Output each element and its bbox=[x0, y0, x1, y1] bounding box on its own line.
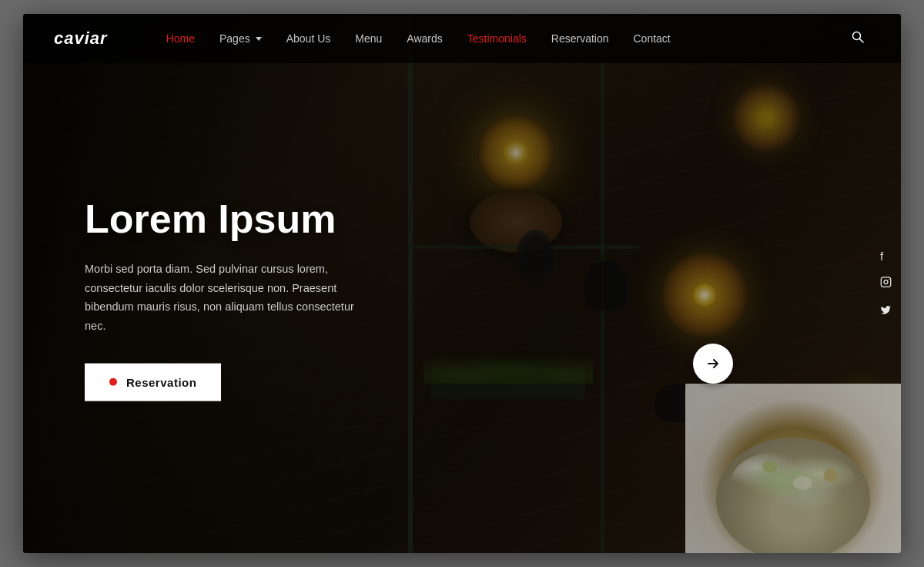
hero-title: Lorem Ipsum bbox=[85, 197, 362, 241]
button-dot bbox=[109, 378, 117, 386]
nav-contact[interactable]: Contact bbox=[621, 32, 682, 45]
chevron-down-icon bbox=[256, 37, 262, 41]
facebook-icon[interactable]: f bbox=[880, 250, 892, 263]
twitter-icon[interactable] bbox=[880, 304, 892, 318]
next-arrow-button[interactable] bbox=[693, 344, 733, 384]
reservation-button[interactable]: Reservation bbox=[85, 363, 221, 401]
nav-awards[interactable]: Awards bbox=[394, 32, 454, 45]
svg-point-4 bbox=[888, 279, 889, 280]
instagram-icon[interactable] bbox=[880, 277, 892, 290]
nav-home[interactable]: Home bbox=[154, 32, 207, 45]
nav-links: Home Pages About Us Menu Awards Testimon… bbox=[154, 32, 845, 45]
svg-line-1 bbox=[860, 39, 864, 43]
nav-pages[interactable]: Pages bbox=[207, 32, 274, 45]
svg-rect-2 bbox=[881, 277, 891, 287]
search-icon[interactable] bbox=[845, 31, 870, 46]
nav-reservation[interactable]: Reservation bbox=[539, 32, 621, 45]
nav-about[interactable]: About Us bbox=[274, 32, 343, 45]
nav-menu[interactable]: Menu bbox=[343, 32, 394, 45]
arrow-right-icon bbox=[705, 356, 721, 371]
social-bar: f bbox=[880, 250, 901, 318]
hero-content: Lorem Ipsum Morbi sed porta diam. Sed pu… bbox=[85, 197, 362, 401]
nav-testimonials[interactable]: Testimonials bbox=[455, 32, 539, 45]
svg-point-3 bbox=[884, 280, 888, 284]
browser-frame: caviar Home Pages About Us Menu Awards T… bbox=[23, 14, 901, 553]
navbar: caviar Home Pages About Us Menu Awards T… bbox=[23, 14, 901, 63]
hero-description: Morbi sed porta diam. Sed pulvinar cursu… bbox=[85, 260, 362, 336]
reservation-button-label: Reservation bbox=[126, 375, 196, 388]
brand-logo[interactable]: caviar bbox=[54, 29, 108, 49]
